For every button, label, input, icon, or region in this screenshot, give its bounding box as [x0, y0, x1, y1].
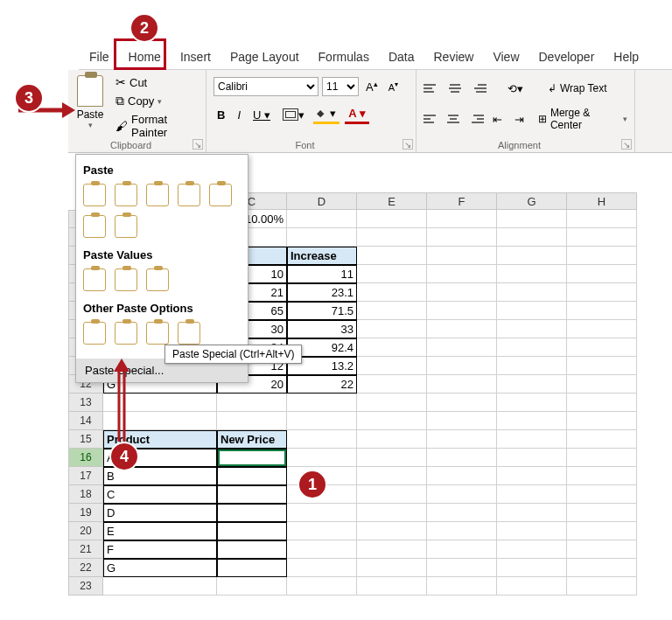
cell[interactable]	[497, 228, 567, 247]
cell[interactable]	[497, 394, 567, 412]
cell[interactable]	[567, 320, 637, 338]
cell[interactable]	[427, 394, 497, 412]
cell[interactable]	[217, 577, 287, 596]
row-header[interactable]: 23	[68, 577, 103, 596]
cell[interactable]	[497, 357, 567, 375]
cell[interactable]	[357, 283, 427, 302]
row-header[interactable]: 14	[68, 412, 103, 430]
cell[interactable]	[427, 228, 497, 247]
cell[interactable]	[497, 302, 567, 320]
cell[interactable]	[497, 320, 567, 338]
cell[interactable]	[103, 577, 217, 596]
cell[interactable]	[357, 412, 427, 430]
paste-values-option[interactable]	[146, 268, 169, 291]
cell[interactable]	[427, 467, 497, 485]
cell[interactable]	[357, 504, 427, 522]
cell[interactable]	[497, 210, 567, 228]
row-header[interactable]: 21	[68, 540, 103, 559]
decrease-font-button[interactable]: A▾	[385, 78, 402, 95]
cell[interactable]	[497, 467, 567, 485]
cell[interactable]	[567, 375, 637, 394]
paste-option[interactable]	[115, 215, 137, 238]
align-center-button[interactable]	[445, 111, 462, 127]
cell[interactable]	[567, 412, 637, 430]
tab-insert[interactable]: Insert	[177, 46, 214, 67]
cell[interactable]	[567, 228, 637, 247]
tab-data[interactable]: Data	[385, 46, 418, 67]
paste-option[interactable]	[178, 184, 200, 206]
cell[interactable]	[497, 247, 567, 265]
cell[interactable]	[427, 412, 497, 430]
cell[interactable]	[567, 338, 637, 357]
dialog-launcher[interactable]: ↘	[402, 139, 413, 150]
column-header[interactable]: G	[497, 192, 567, 210]
cell[interactable]: 11	[287, 265, 357, 283]
cell[interactable]	[567, 504, 637, 522]
cell[interactable]	[287, 540, 357, 559]
increase-font-button[interactable]: A▴	[362, 77, 382, 96]
cell[interactable]	[497, 540, 567, 559]
cell[interactable]	[217, 412, 287, 430]
row-header[interactable]: 13	[68, 394, 103, 412]
cell[interactable]	[287, 430, 357, 449]
cell[interactable]	[287, 504, 357, 522]
cell[interactable]	[567, 394, 637, 412]
column-header[interactable]: F	[427, 192, 497, 210]
cell[interactable]	[567, 302, 637, 320]
cell[interactable]	[357, 467, 427, 485]
row-header[interactable]: 15	[68, 430, 103, 449]
cell[interactable]	[357, 375, 427, 394]
cell[interactable]: F	[103, 540, 217, 559]
cell[interactable]	[567, 247, 637, 265]
tab-review[interactable]: Review	[430, 46, 478, 67]
format-painter-button[interactable]: 🖌Format Painter	[116, 113, 203, 139]
bold-button[interactable]: B	[214, 105, 228, 124]
tab-developer[interactable]: Developer	[536, 46, 598, 67]
italic-button[interactable]: I	[234, 105, 244, 124]
cell[interactable]	[427, 210, 497, 228]
cell[interactable]	[497, 430, 567, 449]
cell[interactable]	[427, 504, 497, 522]
cell[interactable]	[217, 504, 287, 522]
cell[interactable]	[427, 302, 497, 320]
align-top-button[interactable]	[424, 80, 441, 96]
column-header[interactable]: H	[567, 192, 637, 210]
fill-color-button[interactable]: ▾	[313, 105, 340, 124]
cell[interactable]	[357, 210, 427, 228]
cell[interactable]: 71.5	[287, 302, 357, 320]
paste-option[interactable]	[83, 184, 106, 206]
paste-values-option[interactable]	[83, 268, 106, 291]
underline-button[interactable]: U ▾	[249, 105, 274, 124]
cell[interactable]	[287, 522, 357, 540]
cell[interactable]	[287, 412, 357, 430]
other-paste-option[interactable]	[178, 322, 200, 345]
column-header[interactable]: E	[357, 192, 427, 210]
cell[interactable]	[357, 320, 427, 338]
cell[interactable]: Increase	[287, 247, 357, 265]
cell[interactable]: 23.1	[287, 283, 357, 302]
cell[interactable]: G	[103, 559, 217, 577]
row-header[interactable]: 18	[68, 485, 103, 504]
cell[interactable]	[287, 559, 357, 577]
row-header[interactable]: 16	[68, 449, 103, 467]
cell[interactable]	[497, 485, 567, 504]
align-bottom-button[interactable]	[469, 80, 486, 96]
tab-page-layout[interactable]: Page Layout	[227, 46, 303, 67]
cell[interactable]	[357, 247, 427, 265]
cell[interactable]	[497, 375, 567, 394]
cell[interactable]	[427, 485, 497, 504]
cell[interactable]	[567, 485, 637, 504]
other-paste-option[interactable]	[115, 322, 137, 345]
cell[interactable]	[357, 430, 427, 449]
row-header[interactable]: 20	[68, 522, 103, 540]
cell[interactable]	[357, 449, 427, 467]
cell[interactable]	[567, 210, 637, 228]
cell[interactable]	[567, 265, 637, 283]
other-paste-option[interactable]	[83, 322, 106, 345]
row-header[interactable]: 17	[68, 467, 103, 485]
cell[interactable]	[287, 228, 357, 247]
cell[interactable]	[567, 449, 637, 467]
cell[interactable]	[567, 357, 637, 375]
cell[interactable]	[427, 540, 497, 559]
cell[interactable]	[497, 449, 567, 467]
